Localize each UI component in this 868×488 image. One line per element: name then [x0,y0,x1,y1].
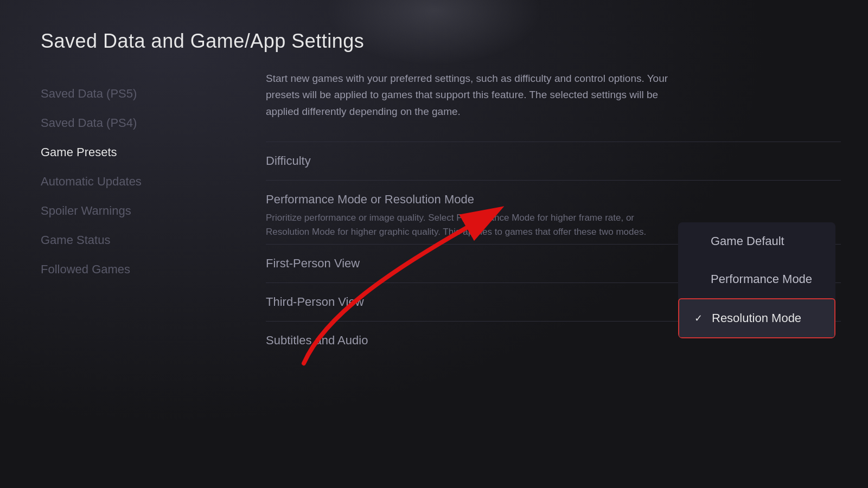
check-mark-game-default [693,236,704,247]
dropdown-label-resolution-mode: Resolution Mode [712,311,801,325]
sidebar-item-automatic-updates[interactable]: Automatic Updates [41,169,225,194]
sidebar-item-game-status[interactable]: Game Status [41,228,225,253]
description-text: Start new games with your preferred sett… [266,70,689,120]
sidebar-item-saved-data-ps5[interactable]: Saved Data (PS5) [41,81,225,106]
sidebar-item-game-presets[interactable]: Game Presets [41,140,225,165]
dropdown-item-game-default[interactable]: Game Default [678,222,835,260]
dropdown-item-performance-mode[interactable]: Performance Mode [678,260,835,298]
dropdown-label-performance-mode: Performance Mode [711,272,812,286]
setting-desc-performance-mode: Prioritize performance or image quality.… [266,211,678,239]
sidebar-item-followed-games[interactable]: Followed Games [41,257,225,282]
dropdown-label-game-default: Game Default [711,234,784,248]
setting-title-difficulty: Difficulty [266,154,311,168]
main-content: Start new games with your preferred sett… [266,70,841,461]
check-mark-performance-mode [693,274,704,285]
check-mark-resolution-mode: ✓ [694,312,705,324]
page-title: Saved Data and Game/App Settings [41,30,364,53]
dropdown-menu: Game Default Performance Mode ✓ Resoluti… [678,222,835,338]
sidebar: Saved Data (PS5) Saved Data (PS4) Game P… [41,81,225,282]
sidebar-item-saved-data-ps4[interactable]: Saved Data (PS4) [41,111,225,136]
setting-title-performance-mode: Performance Mode or Resolution Mode [266,192,841,207]
setting-item-difficulty[interactable]: Difficulty [266,142,841,180]
dropdown-item-resolution-mode[interactable]: ✓ Resolution Mode [678,298,835,338]
sidebar-item-spoiler-warnings[interactable]: Spoiler Warnings [41,198,225,223]
